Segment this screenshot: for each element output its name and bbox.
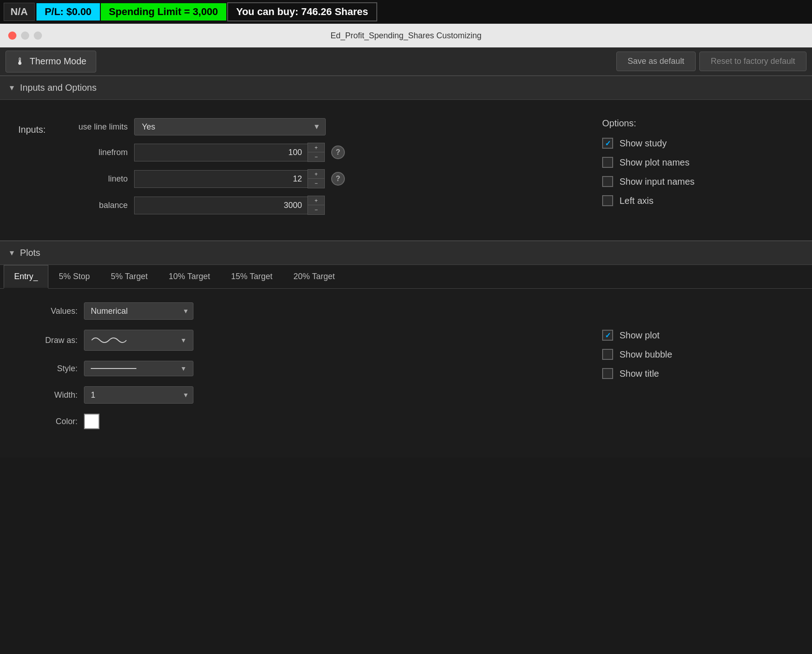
lineto-help-icon[interactable]: ? — [331, 172, 345, 186]
plots-tabs: Entry_ 5% Stop 5% Target 10% Target 15% … — [0, 265, 812, 289]
left-axis-label: Left axis — [619, 196, 653, 206]
plots-body: Values: Numerical As percent ▼ Draw as: … — [0, 289, 812, 457]
balance-increment-button[interactable]: + — [308, 196, 324, 205]
lineto-stepper-btns: + − — [307, 169, 325, 188]
thermo-mode-button[interactable]: 🌡 Thermo Mode — [5, 51, 96, 73]
lineto-decrement-button[interactable]: − — [308, 179, 324, 188]
minimize-button[interactable] — [21, 31, 29, 40]
plots-header[interactable]: ▼ Plots — [0, 241, 812, 265]
thermometer-icon: 🌡 — [15, 56, 25, 67]
thermo-mode-label: Thermo Mode — [30, 56, 87, 67]
pl-badge: P/L: $0.00 — [36, 3, 100, 21]
style-label: Style: — [18, 364, 78, 374]
show-plot-label: Show plot — [619, 330, 660, 341]
draw-as-label: Draw as: — [18, 336, 78, 345]
plots-chevron-icon: ▼ — [8, 249, 16, 257]
window-chrome: Ed_Profit_Spending_Shares Customizing — [0, 24, 812, 47]
line-style-preview — [91, 368, 136, 369]
tab-20pct-target[interactable]: 20% Target — [283, 265, 345, 288]
values-select-wrap: Numerical As percent ▼ — [84, 302, 193, 320]
style-selector[interactable]: ▼ — [84, 361, 193, 376]
show-plot-names-label: Show plot names — [619, 157, 689, 168]
left-axis-row: Left axis — [602, 195, 794, 206]
style-row: Style: ▼ — [18, 361, 575, 376]
lineto-increment-button[interactable]: + — [308, 170, 324, 179]
use-line-limits-label: use line limits — [55, 122, 128, 132]
use-line-limits-select[interactable]: Yes No — [134, 118, 326, 135]
linefrom-stepper: + − — [134, 143, 325, 162]
wave-icon — [91, 334, 127, 347]
spending-badge: Spending Limit = 3,000 — [101, 3, 226, 21]
linefrom-stepper-btns: + − — [307, 143, 325, 162]
balance-row: balance + − — [55, 196, 575, 215]
shares-badge: You can buy: 746.26 Shares — [227, 2, 377, 21]
traffic-lights — [8, 31, 42, 40]
lineto-stepper: + − — [134, 169, 325, 188]
lineto-row: lineto + − ? — [55, 169, 575, 188]
color-row: Color: — [18, 414, 575, 429]
linefrom-decrement-button[interactable]: − — [308, 152, 324, 161]
window-title: Ed_Profit_Spending_Shares Customizing — [330, 31, 481, 41]
width-select-wrap: 1 2 3 4 ▼ — [84, 386, 193, 404]
balance-input[interactable] — [134, 197, 307, 214]
show-study-row: Show study — [602, 138, 794, 149]
reset-factory-button[interactable]: Reset to factory default — [699, 52, 807, 71]
draw-as-selector[interactable]: ▼ — [84, 330, 193, 351]
balance-stepper: + − — [134, 196, 325, 215]
na-badge: N/A — [4, 3, 35, 21]
tab-entry[interactable]: Entry_ — [4, 265, 48, 289]
show-plot-checkbox[interactable] — [602, 330, 613, 341]
balance-decrement-button[interactable]: − — [308, 205, 324, 214]
close-button[interactable] — [8, 31, 16, 40]
show-input-names-row: Show input names — [602, 176, 794, 187]
show-input-names-label: Show input names — [619, 176, 695, 187]
tab-5pct-stop[interactable]: 5% Stop — [48, 265, 100, 288]
tab-10pct-target[interactable]: 10% Target — [158, 265, 221, 288]
inputs-chevron-icon: ▼ — [8, 84, 16, 92]
left-axis-checkbox[interactable] — [602, 195, 613, 206]
inputs-fields: use line limits Yes No ▼ linefrom — [55, 118, 575, 222]
width-row: Width: 1 2 3 4 ▼ — [18, 386, 575, 404]
options-column: Options: Show study Show plot names Show… — [575, 114, 794, 222]
linefrom-input[interactable] — [134, 144, 307, 161]
values-label: Values: — [18, 306, 78, 316]
show-title-label: Show title — [619, 369, 659, 379]
show-plot-names-row: Show plot names — [602, 157, 794, 168]
lineto-label: lineto — [55, 174, 128, 184]
tab-15pct-target[interactable]: 15% Target — [221, 265, 283, 288]
show-title-checkbox[interactable] — [602, 368, 613, 379]
show-bubble-row: Show bubble — [602, 349, 794, 360]
inputs-options-body: Inputs: use line limits Yes No ▼ linefro — [0, 100, 812, 240]
plots-options-column: Show plot Show bubble Show title — [575, 302, 794, 439]
maximize-button[interactable] — [34, 31, 42, 40]
save-default-button[interactable]: Save as default — [616, 52, 696, 71]
linefrom-increment-button[interactable]: + — [308, 143, 324, 152]
linefrom-help-icon[interactable]: ? — [331, 145, 345, 159]
values-select[interactable]: Numerical As percent — [84, 302, 193, 320]
linefrom-label: linefrom — [55, 148, 128, 157]
balance-stepper-btns: + − — [307, 196, 325, 215]
show-title-row: Show title — [602, 368, 794, 379]
color-label: Color: — [18, 417, 78, 426]
draw-as-row: Draw as: ▼ — [18, 330, 575, 351]
toolbar: 🌡 Thermo Mode Save as default Reset to f… — [0, 47, 812, 76]
width-select[interactable]: 1 2 3 4 — [84, 386, 193, 404]
width-label: Width: — [18, 390, 78, 400]
show-plot-names-checkbox[interactable] — [602, 157, 613, 168]
tab-5pct-target[interactable]: 5% Target — [100, 265, 158, 288]
use-line-limits-row: use line limits Yes No ▼ — [55, 118, 575, 135]
show-bubble-checkbox[interactable] — [602, 349, 613, 360]
plots-settings-column: Values: Numerical As percent ▼ Draw as: … — [18, 302, 575, 439]
lineto-input[interactable] — [134, 170, 307, 188]
linefrom-row: linefrom + − ? — [55, 143, 575, 162]
show-input-names-checkbox[interactable] — [602, 176, 613, 187]
balance-label: balance — [55, 201, 128, 210]
plots-title: Plots — [20, 248, 40, 258]
options-main-label: Options: — [602, 118, 794, 129]
top-bar: N/A P/L: $0.00 Spending Limit = 3,000 Yo… — [0, 0, 812, 24]
inputs-options-title: Inputs and Options — [20, 83, 97, 93]
inputs-options-header[interactable]: ▼ Inputs and Options — [0, 76, 812, 100]
color-swatch[interactable] — [84, 414, 99, 429]
inputs-column: Inputs: use line limits Yes No ▼ linefro — [18, 114, 575, 222]
show-study-checkbox[interactable] — [602, 138, 613, 149]
